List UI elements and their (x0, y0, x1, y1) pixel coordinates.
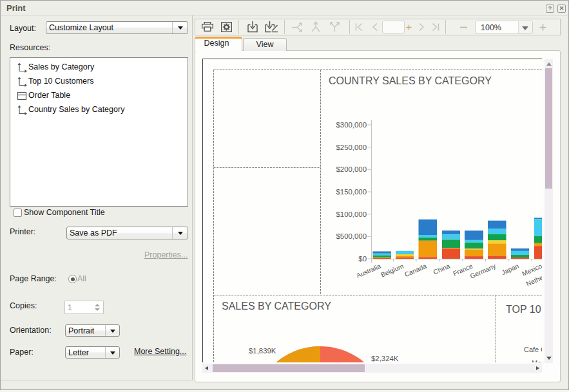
svg-text:$100,000: $100,000 (336, 210, 367, 218)
svg-text:TOP 10 CUSTOMERS: TOP 10 CUSTOMERS (506, 304, 542, 315)
svg-text:SALES BY CATEGORY: SALES BY CATEGORY (222, 301, 331, 312)
svg-text:$1,839K: $1,839K (249, 347, 276, 355)
svg-text:$0: $0 (358, 255, 367, 263)
svg-text:$2,324K: $2,324K (371, 355, 399, 362)
svg-text:$200,000: $200,000 (336, 165, 367, 173)
svg-text:COUNTRY SALES BY CATEGORY: COUNTRY SALES BY CATEGORY (329, 75, 492, 86)
svg-text:Cafe Olé: Cafe Olé (524, 346, 542, 353)
svg-text:$500,000: $500,000 (336, 232, 367, 240)
svg-text:$300,000: $300,000 (336, 121, 367, 129)
svg-text:Morgen: Morgen (532, 359, 542, 362)
svg-text:$150,000: $150,000 (336, 188, 367, 196)
svg-text:$250,000: $250,000 (336, 144, 367, 151)
